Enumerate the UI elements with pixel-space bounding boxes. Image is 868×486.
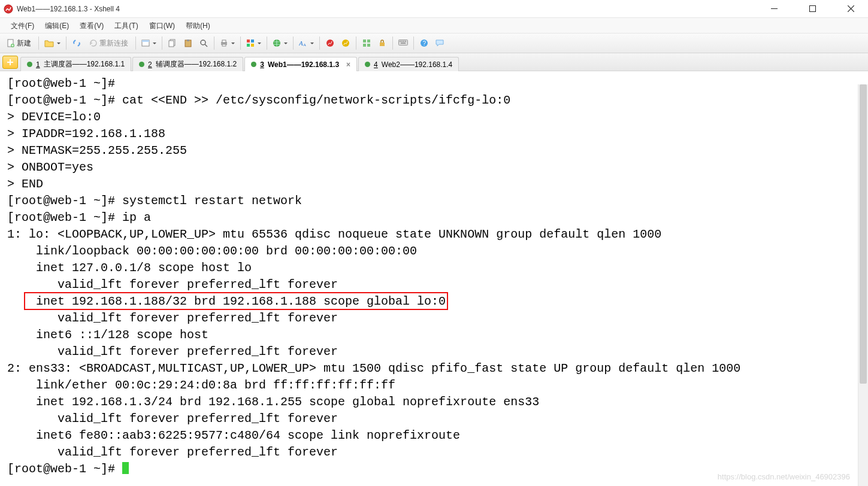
- window-titlebar: Web1——192.168.1.3 - Xshell 4: [0, 0, 868, 18]
- terminal-cursor: [122, 462, 129, 474]
- font-button[interactable]: AA: [297, 36, 316, 50]
- terminal-line: [root@web-1 ~]# systemctl restart networ…: [7, 193, 861, 209]
- svg-rect-32: [403, 41, 404, 42]
- session-tab-3[interactable]: 3 Web1——192.168.1.3×: [244, 57, 357, 71]
- window-title: Web1——192.168.1.3 - Xshell 4: [17, 5, 760, 13]
- menu-edit[interactable]: 编辑(E): [40, 20, 74, 32]
- toolbar-separator: [293, 37, 294, 50]
- print-button[interactable]: [217, 36, 237, 50]
- terminal-line: [root@web-1 ~]#: [7, 75, 861, 92]
- tab-number: 4: [374, 60, 378, 69]
- color-scheme-button[interactable]: [244, 36, 264, 50]
- tab-label: Web1——192.168.1.3: [268, 60, 339, 69]
- new-session-label: 新建: [17, 38, 31, 48]
- minimize-button[interactable]: [760, 0, 788, 18]
- tile-button[interactable]: [359, 36, 374, 50]
- svg-rect-34: [401, 42, 406, 44]
- terminal-line: > NETMASK=255.255.255.255: [7, 142, 861, 159]
- svg-rect-13: [222, 40, 226, 42]
- lock-button[interactable]: [375, 36, 389, 50]
- connection-status-icon: [27, 62, 32, 67]
- session-tab-4[interactable]: 4 Web2——192.168.1.4: [358, 57, 459, 71]
- terminal-line: valid_lft forever preferred_lft forever: [7, 277, 861, 293]
- terminal-line: inet6 ::1/128 scope host: [7, 327, 861, 344]
- session-tab-2[interactable]: 2 辅调度器——192.168.1.2: [132, 57, 243, 71]
- svg-rect-17: [247, 44, 250, 47]
- svg-point-11: [201, 40, 205, 45]
- help-button[interactable]: ?: [417, 36, 431, 50]
- terminal-line: > END: [7, 176, 861, 193]
- svg-rect-24: [363, 40, 366, 42]
- keyboard-button[interactable]: [396, 36, 410, 50]
- terminal-line: link/loopback 00:00:00:00:00:00 brd 00:0…: [7, 243, 861, 260]
- svg-rect-28: [380, 42, 385, 46]
- tab-number: 1: [36, 60, 40, 69]
- connection-status-icon: [139, 62, 144, 67]
- svg-text:A: A: [303, 42, 306, 47]
- svg-rect-2: [809, 6, 815, 12]
- menu-tools[interactable]: 工具(T): [110, 20, 143, 32]
- chat-button[interactable]: [433, 36, 447, 50]
- menu-help[interactable]: 帮助(H): [181, 20, 215, 32]
- paste-button[interactable]: [181, 36, 195, 50]
- svg-rect-27: [367, 44, 370, 47]
- terminal-line: inet6 fe80::aab3:6225:9577:c480/64 scope…: [7, 427, 861, 444]
- terminal-line: > DEVICE=lo:0: [7, 109, 861, 126]
- properties-button[interactable]: [139, 36, 159, 50]
- svg-rect-15: [247, 40, 250, 42]
- menu-view[interactable]: 查看(V): [75, 20, 108, 32]
- session-tab-1[interactable]: 1 主调度器——192.168.1.1: [20, 57, 131, 71]
- connection-status-icon: [365, 62, 370, 67]
- terminal-line: 2: ens33: <BROADCAST,MULTICAST,UP,LOWER_…: [7, 360, 861, 377]
- toolbar-separator: [240, 37, 241, 50]
- svg-rect-6: [142, 40, 149, 42]
- terminal-line: inet 127.0.0.1/8 scope host lo: [7, 260, 861, 277]
- svg-rect-18: [251, 44, 254, 47]
- script-button-2[interactable]: [338, 36, 353, 50]
- watermark-text: https://blog.csdn.net/weixin_46902396: [718, 472, 850, 481]
- tab-label: 辅调度器——192.168.1.2: [156, 59, 237, 69]
- terminal-line: [root@web-1 ~]# ip a: [7, 209, 861, 226]
- connection-status-icon: [251, 62, 256, 67]
- svg-rect-10: [187, 40, 189, 41]
- menu-bar: 文件(F) 编辑(E) 查看(V) 工具(T) 窗口(W) 帮助(H): [0, 18, 868, 34]
- tab-label: 主调度器——192.168.1.1: [44, 59, 125, 69]
- svg-rect-14: [222, 44, 226, 46]
- toolbar-separator: [38, 37, 39, 50]
- svg-rect-1: [771, 8, 778, 9]
- reconnect-button[interactable]: 重新连接: [85, 36, 132, 50]
- terminal-line: > IPADDR=192.168.1.188: [7, 126, 861, 142]
- terminal-line: > ONBOOT=yes: [7, 159, 861, 176]
- maximize-button[interactable]: [799, 0, 826, 18]
- svg-text:?: ?: [423, 40, 427, 47]
- close-button[interactable]: [837, 0, 864, 18]
- menu-file[interactable]: 文件(F): [6, 20, 39, 32]
- toolbar-separator: [162, 37, 162, 50]
- open-folder-button[interactable]: [42, 36, 63, 50]
- scrollbar-thumb[interactable]: [860, 84, 867, 384]
- tab-bar: 1 主调度器——192.168.1.12 辅调度器——192.168.1.23 …: [0, 53, 868, 71]
- terminal-line: inet 192.168.1.3/24 brd 192.168.1.255 sc…: [7, 394, 861, 411]
- web-button[interactable]: [270, 36, 290, 50]
- add-tab-button[interactable]: [2, 56, 18, 69]
- new-session-button[interactable]: 新建: [2, 36, 35, 50]
- menu-window[interactable]: 窗口(W): [144, 20, 180, 32]
- svg-rect-31: [401, 41, 403, 42]
- tab-close-button[interactable]: ×: [346, 60, 350, 69]
- search-button[interactable]: [196, 36, 211, 50]
- script-button-1[interactable]: [323, 36, 337, 50]
- terminal-output[interactable]: [root@web-1 ~]#[root@web-1 ~]# cat <<END…: [0, 71, 868, 482]
- app-icon: [4, 4, 13, 14]
- svg-text:A: A: [299, 40, 303, 47]
- link-button[interactable]: [69, 36, 84, 50]
- toolbar-separator: [356, 37, 356, 50]
- svg-rect-8: [169, 41, 174, 47]
- svg-rect-30: [400, 41, 401, 42]
- tab-number: 2: [148, 60, 152, 69]
- terminal-line: link/ether 00:0c:29:24:d0:8a brd ff:ff:f…: [7, 377, 861, 394]
- terminal-line: 1: lo: <LOOPBACK,UP,LOWER_UP> mtu 65536 …: [7, 226, 861, 243]
- toolbar-separator: [319, 37, 320, 50]
- copy-button[interactable]: [165, 36, 180, 50]
- terminal-line: valid_lft forever preferred_lft forever: [7, 344, 861, 360]
- vertical-scrollbar[interactable]: [858, 84, 868, 486]
